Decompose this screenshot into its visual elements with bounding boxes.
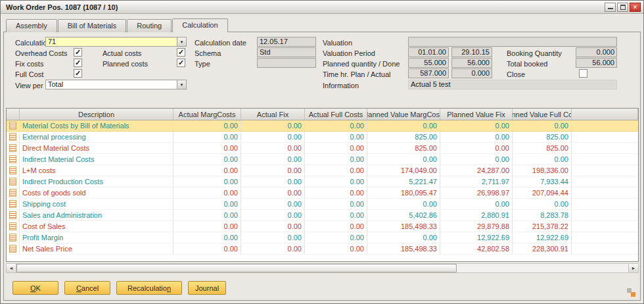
row-value[interactable]: 228,300.91 — [513, 243, 572, 254]
row-value[interactable]: 0.00 — [173, 154, 241, 165]
ok-button[interactable]: OK — [12, 281, 58, 295]
row-value[interactable]: 0.00 — [305, 132, 367, 142]
row-value[interactable]: 0.00 — [173, 132, 241, 142]
row-value[interactable]: 174,049.00 — [367, 165, 440, 176]
row-value[interactable]: 7,933.44 — [513, 176, 572, 187]
column-header[interactable]: Actual Full Costs — [305, 109, 367, 120]
row-value[interactable]: 0.00 — [173, 165, 241, 176]
close-checkbox[interactable] — [579, 69, 587, 78]
title-bar[interactable]: Work Order Pos. 1087 (1087 / 10) ✕ — [1, 1, 643, 14]
row-value[interactable]: 5,221.47 — [367, 176, 440, 187]
table-row[interactable]: Sales and Administration0.000.000.005,40… — [7, 210, 638, 221]
column-header[interactable]: Actual Fix — [241, 109, 305, 120]
row-detail-icon[interactable] — [7, 143, 20, 153]
row-value[interactable]: 825.00 — [513, 132, 572, 142]
row-description[interactable]: Net Sales Price — [20, 243, 173, 254]
row-description[interactable]: Costs of goods sold — [20, 188, 173, 198]
schema-field[interactable]: Std — [257, 47, 316, 57]
row-value[interactable]: 0.00 — [241, 143, 305, 153]
overhead-costs-checkbox[interactable] — [74, 48, 82, 57]
table-row[interactable]: L+M costs0.000.000.00174,049.0024,287.00… — [7, 165, 638, 176]
row-value[interactable]: 0.00 — [513, 120, 572, 131]
view-per-combo[interactable]: Total ▼ — [45, 80, 187, 89]
row-value[interactable]: 5,402.86 — [367, 210, 440, 220]
type-field[interactable] — [257, 58, 316, 68]
row-value[interactable]: 2,880.91 — [440, 210, 513, 220]
planned-costs-checkbox[interactable] — [177, 59, 185, 67]
row-value[interactable]: 0.00 — [305, 232, 367, 243]
row-detail-icon[interactable] — [7, 232, 20, 243]
row-value[interactable]: 0.00 — [241, 132, 305, 142]
row-value[interactable]: 0.00 — [440, 143, 513, 153]
row-value[interactable]: 0.00 — [241, 210, 305, 220]
table-row[interactable]: Indirect Material Costs0.000.000.000.000… — [7, 154, 638, 165]
row-value[interactable]: 0.00 — [513, 199, 572, 209]
tab-calculation[interactable]: Calculation — [172, 18, 227, 32]
maximize-button[interactable] — [617, 3, 628, 12]
table-row[interactable]: Indirect Production Costs0.000.000.005,2… — [7, 176, 638, 188]
row-value[interactable]: 0.00 — [241, 221, 305, 232]
column-header[interactable]: Actual MargCosts — [173, 109, 241, 120]
table-row[interactable]: Net Sales Price0.000.000.00185,498.3342,… — [7, 243, 638, 255]
column-header[interactable]: Planned Value Fix — [440, 109, 513, 120]
row-value[interactable]: 0.00 — [173, 210, 241, 220]
calculation-combo[interactable]: 71 ▼ — [45, 37, 187, 47]
close-button[interactable]: ✕ — [630, 3, 641, 12]
row-value[interactable]: 0.00 — [241, 232, 305, 243]
row-value[interactable]: 825.00 — [367, 132, 440, 142]
table-row[interactable]: Direct Material Costs0.000.000.00825.000… — [7, 143, 638, 154]
time-hr-actual-field[interactable]: 0.000 — [451, 68, 492, 78]
scroll-left-icon[interactable]: ◄ — [7, 264, 16, 272]
row-value[interactable]: 0.00 — [241, 176, 305, 187]
row-value[interactable]: 0.00 — [440, 132, 513, 142]
row-value[interactable]: 12,922.69 — [440, 232, 513, 243]
chevron-down-icon[interactable]: ▼ — [177, 80, 186, 89]
row-description[interactable]: Cost of Sales — [20, 221, 173, 232]
table-row[interactable]: Costs of goods sold0.000.000.00180,095.4… — [7, 188, 638, 199]
row-value[interactable]: 825.00 — [367, 143, 440, 153]
resize-grip-icon[interactable] — [627, 288, 635, 297]
valuation-period-from-field[interactable]: 01.01.00 — [408, 47, 449, 57]
row-value[interactable]: 0.00 — [173, 120, 241, 131]
scrollbar-track[interactable] — [16, 264, 628, 272]
row-value[interactable]: 42,802.58 — [440, 243, 513, 254]
row-value[interactable]: 26,998.97 — [440, 188, 513, 198]
row-value[interactable]: 0.00 — [440, 154, 513, 165]
row-value[interactable]: 0.00 — [367, 154, 440, 165]
row-value[interactable]: 0.00 — [367, 199, 440, 209]
row-value[interactable]: 29,879.88 — [440, 221, 513, 232]
column-header[interactable]: Planned Value MargCosts — [367, 109, 440, 120]
row-value[interactable]: 0.00 — [305, 243, 367, 254]
row-value[interactable]: 198,336.00 — [513, 165, 572, 176]
row-value[interactable]: 0.00 — [241, 165, 305, 176]
row-value[interactable]: 0.00 — [367, 120, 440, 131]
row-value[interactable]: 0.00 — [173, 143, 241, 153]
row-value[interactable]: 0.00 — [241, 154, 305, 165]
table-row[interactable]: Cost of Sales0.000.000.00185,498.3329,87… — [7, 221, 638, 232]
row-value[interactable]: 0.00 — [305, 221, 367, 232]
row-description[interactable]: External processing — [20, 132, 173, 142]
row-detail-icon[interactable] — [7, 165, 20, 176]
row-detail-icon[interactable] — [7, 188, 20, 198]
row-detail-icon[interactable] — [7, 243, 20, 254]
row-value[interactable]: 0.00 — [173, 176, 241, 187]
calculation-date-field[interactable]: 12.05.17 — [257, 37, 316, 47]
row-value[interactable]: 0.00 — [241, 199, 305, 209]
row-value[interactable]: 12,922.69 — [513, 232, 572, 243]
row-value[interactable]: 0.00 — [440, 199, 513, 209]
row-value[interactable]: 24,287.00 — [440, 165, 513, 176]
row-value[interactable]: 2,711.97 — [440, 176, 513, 187]
row-detail-icon[interactable] — [7, 120, 20, 131]
row-value[interactable]: 8,283.78 — [513, 210, 572, 220]
row-value[interactable]: 0.00 — [173, 188, 241, 198]
valuation-period-to-field[interactable]: 29.10.15 — [451, 47, 492, 57]
row-description[interactable]: Indirect Material Costs — [20, 154, 173, 165]
row-value[interactable]: 0.00 — [513, 154, 572, 165]
column-header[interactable]: anned Value Full Cos — [513, 109, 572, 120]
journal-button[interactable]: Journal — [188, 281, 226, 295]
tab-assembly[interactable]: Assembly — [6, 19, 57, 32]
full-cost-checkbox[interactable] — [74, 69, 82, 78]
row-detail-icon[interactable] — [7, 176, 20, 187]
row-value[interactable]: 215,378.22 — [513, 221, 572, 232]
row-description[interactable]: Material Costs by Bill of Materials — [20, 120, 173, 131]
